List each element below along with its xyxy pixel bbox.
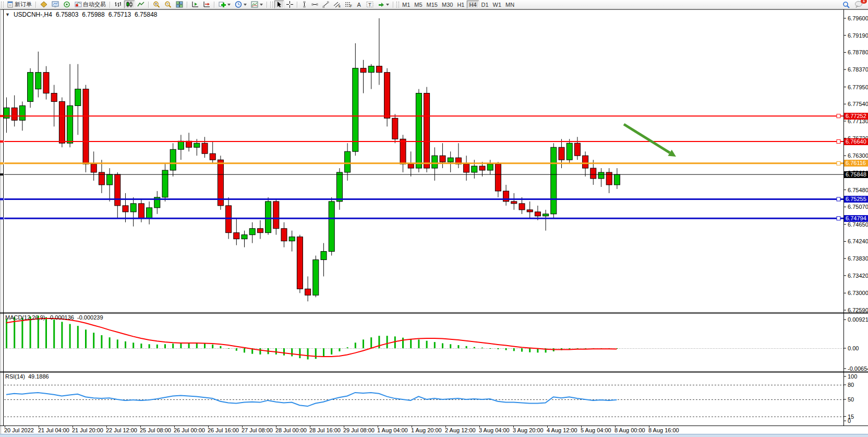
chart-title: ▼ USDCNH-,H4 6.75803 6.75988 6.75713 6.7… [5,11,158,18]
toolbar-grip[interactable] [1,2,4,8]
crosshair-icon [286,1,293,8]
timeframe-h4[interactable]: H4 [466,0,479,9]
market-watch-button[interactable] [38,0,50,9]
trendline-icon [322,1,329,8]
cursor-tool-button[interactable] [274,0,284,9]
bar-chart-button[interactable] [112,0,124,9]
separator [148,2,149,8]
notification-badge: 1 [861,0,867,4]
macd-value-main: -0.000136 [48,314,74,321]
templates-icon [251,1,258,8]
shapes-tool-button[interactable] [376,0,391,9]
gold-diamond-icon [40,1,47,8]
zoom-in-icon [153,1,160,8]
toolbar-grip[interactable] [270,2,273,8]
templates-button[interactable] [249,0,265,9]
search-button[interactable] [840,0,852,9]
text-label-icon: T [366,1,373,8]
chart-shift-button[interactable] [201,0,212,9]
macd-value-signal: -0.000239 [77,314,103,321]
new-order-label: 新订单 [15,1,32,8]
chart-window[interactable] [0,9,868,434]
svg-text:A: A [357,2,361,8]
line-chart-icon [137,1,144,8]
signal-icon [63,1,70,8]
tile-windows-button[interactable] [174,0,185,9]
zoom-out-icon [164,1,172,8]
clock-icon [235,1,242,8]
candlestick-chart-button[interactable] [124,0,135,9]
ohlc-high: 6.75988 [82,11,104,18]
data-window-button[interactable] [50,0,61,9]
separator [393,2,394,8]
ohlc-open: 6.75803 [56,11,78,18]
ohlc-close: 6.75848 [135,11,157,18]
timeframe-h1[interactable]: H1 [455,2,466,8]
notifications-button[interactable]: 1 [852,0,865,9]
separator [187,2,188,8]
fibonacci-tool-button[interactable]: F [343,0,354,9]
dropdown-caret [260,4,263,6]
zoom-in-button[interactable] [151,0,162,9]
separator [35,2,37,8]
fibonacci-icon: F [345,1,352,8]
auto-trading-button[interactable]: 自动交易 [73,0,108,9]
tile-windows-icon [176,1,183,8]
ohlc-low: 6.75713 [108,11,131,18]
cursor-icon [276,1,282,8]
auto-scroll-button[interactable] [189,0,201,9]
rsi-name: RSI(14) [5,373,25,380]
dropdown-caret [244,4,247,6]
timeframe-mn[interactable]: MN [503,2,516,8]
text-label-tool-button[interactable]: T [364,0,376,9]
periods-button[interactable] [233,0,249,9]
zoom-out-button[interactable] [162,0,174,9]
new-order-button[interactable]: 新订单 [5,0,34,9]
toolbar: 新订单 自动交易 [0,0,868,9]
signals-button[interactable] [61,0,73,9]
horizontal-line-tool-button[interactable] [309,0,320,9]
timeframe-m15[interactable]: M15 [425,2,440,8]
svg-text:F: F [350,4,352,8]
monitor-icon [52,1,59,8]
macd-name: MACD(12,26,9) [5,314,45,321]
trendline-tool-button[interactable] [320,0,331,9]
timeframe-w1[interactable]: W1 [491,2,504,8]
indicators-plus-icon [219,1,226,8]
separator [214,2,215,8]
bar-chart-icon [114,1,122,8]
indicators-button[interactable] [216,0,233,9]
text-tool-button[interactable]: A [354,0,364,9]
auto-trading-icon [75,1,82,8]
crosshair-tool-button[interactable] [284,0,295,9]
timeframe-m30[interactable]: M30 [440,2,455,8]
text-a-icon: A [356,1,362,8]
chart-shift-icon [203,1,210,8]
auto-scroll-icon [191,1,199,8]
window-bottom-edge [0,434,868,437]
macd-indicator-label: MACD(12,26,9) -0.000136 -0.000239 [5,314,103,321]
separator [297,2,298,8]
timeframe-d1[interactable]: D1 [479,2,491,8]
separator [267,2,268,8]
channel-icon: E [333,1,341,8]
vertical-line-icon [302,1,307,8]
dropdown-caret [386,4,389,6]
horizontal-line-icon [311,1,318,8]
new-order-icon [7,1,14,8]
svg-text:E: E [339,5,341,8]
collapse-icon[interactable]: ▼ [5,12,10,17]
equidistant-channel-tool-button[interactable]: E [331,0,343,9]
vertical-line-tool-button[interactable] [299,0,309,9]
rsi-value: 49.1886 [28,373,49,380]
arrows-shape-icon [378,1,384,8]
line-chart-button[interactable] [135,0,147,9]
timeframe-m1[interactable]: M1 [400,2,412,8]
dropdown-caret [227,4,231,6]
rsi-indicator-label: RSI(14) 49.1886 [5,373,49,380]
timeframe-m5[interactable]: M5 [412,2,424,8]
candlestick-chart-icon [126,1,133,8]
toolbar-grip[interactable] [396,2,399,8]
search-icon [842,1,850,8]
chart-symbol-period: USDCNH-,H4 [14,11,52,18]
